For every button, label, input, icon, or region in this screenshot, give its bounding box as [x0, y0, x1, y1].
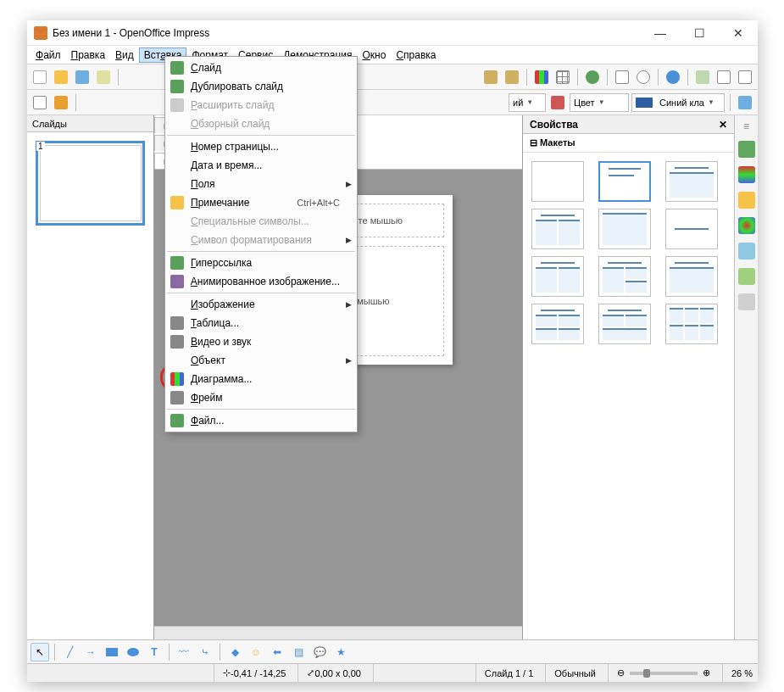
fill-bucket-button[interactable] — [548, 93, 567, 112]
zoom-slider[interactable]: ⊖ ⊕ — [608, 664, 710, 682]
frame-icon — [170, 391, 184, 405]
open-button[interactable] — [52, 68, 70, 86]
fill-color-dropdown[interactable]: Синий кла▼ — [631, 93, 725, 112]
menu-item-7[interactable]: ПримечаниеCtrl+Alt+C — [165, 193, 357, 212]
chart-button[interactable] — [532, 68, 551, 86]
link-icon — [170, 256, 184, 270]
properties-icon[interactable] — [738, 141, 755, 158]
line-fill-toolbar: ий▼ Цвет▼ Синий кла▼ — [27, 90, 758, 115]
symbol-shapes-tool[interactable]: ☺ — [247, 643, 265, 661]
slide-button[interactable] — [714, 68, 733, 86]
curve-tool[interactable]: 〰 — [175, 643, 193, 661]
navigator-sidebar-icon[interactable] — [738, 293, 755, 310]
menu-file[interactable]: Файл — [31, 47, 66, 63]
master-pages-icon[interactable] — [738, 166, 755, 183]
hyperlink-button[interactable] — [583, 68, 602, 86]
redo-button[interactable] — [503, 68, 521, 86]
presentation-button[interactable] — [736, 68, 754, 86]
fill-type-dropdown[interactable]: Цвет▼ — [570, 93, 629, 112]
status-mode: Обычный — [545, 664, 596, 682]
layout-four[interactable] — [531, 304, 584, 344]
zoom-in-icon[interactable]: ⊕ — [703, 667, 710, 678]
layout-title-content[interactable] — [665, 161, 718, 202]
navigator-button[interactable] — [613, 68, 631, 86]
menu-item-10[interactable]: Гиперссылка — [165, 254, 357, 272]
text-tool[interactable]: T — [145, 643, 164, 661]
block-arrows-tool[interactable]: ⬅ — [268, 643, 286, 661]
menu-item-13[interactable]: Таблица... — [165, 314, 357, 332]
layout-centered[interactable] — [665, 209, 718, 249]
layout-left-two[interactable] — [598, 256, 651, 297]
menu-item-4[interactable]: Номер страницы... — [165, 137, 357, 156]
menu-item-14[interactable]: Видео и звук — [165, 332, 357, 351]
gallery-sidebar-icon[interactable] — [738, 268, 755, 285]
fill-color-value: Синий кла — [659, 98, 704, 108]
menu-item-6[interactable]: Поля▶ — [165, 175, 357, 193]
line-color-button[interactable] — [52, 93, 70, 112]
custom-anim-icon[interactable] — [738, 192, 755, 209]
menu-item-0[interactable]: Слайд — [165, 59, 357, 77]
basic-shapes-tool[interactable]: ◆ — [225, 643, 244, 661]
menu-item-5[interactable]: Дата и время... — [165, 156, 357, 175]
zoom-out-icon[interactable]: ⊖ — [617, 667, 625, 678]
menu-icon[interactable]: ≡ — [743, 120, 749, 132]
arrow-style-button[interactable] — [31, 93, 49, 112]
callout-tool[interactable]: 💬 — [310, 643, 329, 661]
status-bar: ⊹ -0,41 / -14,25 ⤢ 0,00 x 0,00 Слайд 1 /… — [27, 663, 758, 682]
ellipse-tool[interactable] — [124, 643, 142, 661]
stars-tool[interactable]: ★ — [331, 643, 350, 661]
menu-item-12[interactable]: Изображение▶ — [165, 295, 357, 314]
shadow-button[interactable] — [736, 93, 754, 112]
flowchart-tool[interactable]: ▤ — [289, 643, 308, 661]
close-button[interactable]: ✕ — [719, 20, 758, 46]
slide-transition-icon[interactable] — [738, 217, 755, 234]
menu-item-11[interactable]: Анимированное изображение... — [165, 272, 357, 291]
menu-window[interactable]: Окно — [358, 47, 392, 63]
menu-view[interactable]: Вид — [110, 47, 139, 63]
duplicate-icon — [170, 80, 184, 93]
email-button[interactable] — [94, 68, 113, 86]
layout-three-top[interactable] — [598, 304, 651, 344]
standard-toolbar — [27, 64, 758, 90]
line-style-dropdown[interactable]: ий▼ — [509, 93, 546, 112]
menu-help[interactable]: Справка — [391, 47, 441, 63]
app-icon — [34, 26, 47, 40]
help-button[interactable] — [664, 68, 682, 86]
properties-header: Свойства ✕ — [523, 115, 734, 134]
rect-tool[interactable] — [103, 643, 121, 661]
undo-button[interactable] — [481, 68, 500, 86]
layout-title[interactable] — [598, 161, 651, 202]
horizontal-scrollbar[interactable] — [154, 626, 522, 639]
layout-six[interactable] — [665, 304, 718, 344]
minimize-button[interactable]: — — [641, 20, 680, 46]
select-tool[interactable]: ↖ — [31, 643, 49, 661]
maximize-button[interactable]: ☐ — [680, 20, 719, 46]
layout-right-two[interactable] — [665, 256, 718, 297]
layout-two-content[interactable] — [531, 209, 584, 249]
menu-item-18[interactable]: Файл... — [165, 411, 357, 430]
gallery-button[interactable] — [693, 68, 712, 86]
menu-item-17[interactable]: Фрейм — [165, 388, 357, 407]
zoom-button[interactable] — [634, 68, 653, 86]
layout-content-only[interactable] — [598, 209, 651, 249]
menu-item-1[interactable]: Дублировать слайд — [165, 77, 357, 96]
styles-icon[interactable] — [738, 243, 755, 260]
submenu-arrow-icon: ▶ — [346, 180, 352, 188]
menu-item-15[interactable]: Объект▶ — [165, 351, 357, 370]
table-button[interactable] — [553, 68, 572, 86]
menu-item-label: Изображение — [191, 299, 340, 310]
close-icon[interactable]: ✕ — [719, 119, 727, 131]
new-doc-button[interactable] — [31, 68, 49, 86]
line-tool[interactable]: ╱ — [60, 643, 79, 661]
menu-item-16[interactable]: Диаграмма... — [165, 370, 357, 388]
layout-2x2[interactable] — [531, 256, 584, 297]
arrow-tool[interactable]: → — [81, 643, 100, 661]
slide-thumbnail[interactable]: 1 — [36, 141, 145, 226]
connector-tool[interactable]: ⤷ — [196, 643, 214, 661]
layouts-section-header[interactable]: ⊟ Макеты — [523, 134, 734, 153]
menu-edit[interactable]: Правка — [66, 47, 111, 63]
layout-blank[interactable] — [531, 161, 584, 202]
save-button[interactable] — [73, 68, 92, 86]
main-body: Слайды 1 ний Режим тезисов ировщик слайд… — [27, 115, 758, 639]
menu-shortcut: Ctrl+Alt+C — [297, 198, 340, 208]
